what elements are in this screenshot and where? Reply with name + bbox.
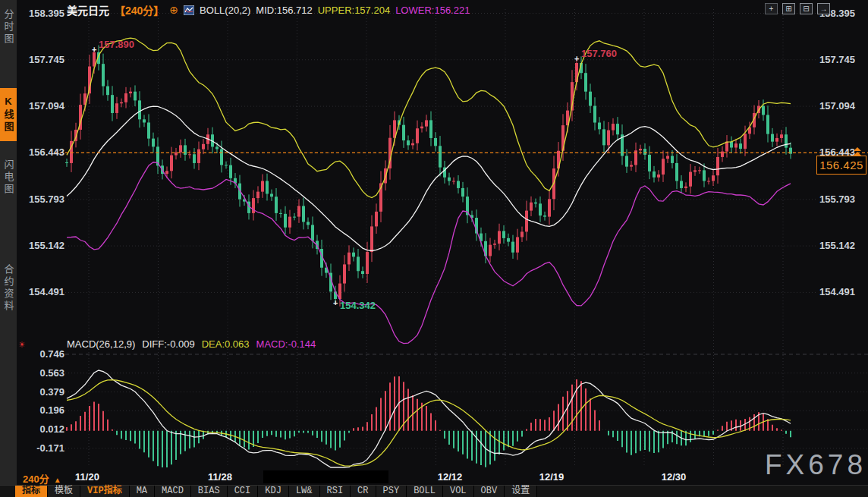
tab-vol[interactable]: VOL (443, 486, 474, 497)
tab-[interactable]: 指标 (15, 486, 48, 497)
trading-app: 分时图K线图闪电图合约资料 美元日元 【240分】 ⊕ BOLL(20,2) M… (0, 0, 868, 497)
price-tick-label: 157.745 (819, 55, 855, 65)
chart-thumb-icon (184, 5, 194, 15)
period-footer-label: 240分 (23, 473, 49, 485)
period-up-arrow-icon: ▲ (54, 476, 61, 484)
macd-header: ☀ MACD(26,12,9) DIFF:-0.009 DEA:0.063 MA… (67, 338, 316, 350)
price-tick-label: 155.142 (819, 241, 855, 251)
sidebar-item-flash-chart[interactable]: 闪电图 (0, 151, 17, 203)
price-tick-label: 158.395 (18, 8, 64, 19)
add-circle-icon[interactable]: ⊕ (169, 4, 178, 16)
period-footer[interactable]: 240分▲ (23, 471, 61, 486)
tab-boll[interactable]: BOLL (407, 486, 443, 497)
price-tick-label: 157.094 (18, 101, 64, 112)
exit-chart-icon[interactable]: → (817, 3, 830, 14)
marked-low-label: 154.342 (340, 300, 376, 311)
tab-kdj[interactable]: KDJ (258, 486, 289, 497)
price-tick-label: 156.443 (18, 147, 64, 158)
sidebar-item-contract-info[interactable]: 合约资料 (0, 250, 17, 326)
marked-high-2-marker-icon: + (574, 55, 579, 61)
date-label: 12/12 (438, 471, 463, 483)
sidebar-item-time-chart[interactable]: 分时图 (0, 2, 17, 52)
macd-tick-label: 0.746 (18, 349, 64, 360)
price-alert-icon[interactable] (853, 147, 862, 156)
marked-high-1-marker-icon: + (92, 46, 96, 52)
price-tick-label: 155.142 (18, 241, 64, 251)
price-tick-label: 157.745 (18, 55, 64, 65)
date-label: 12/19 (539, 471, 565, 483)
price-tick-label: 155.793 (18, 194, 64, 205)
macd-tick-label: 0.012 (18, 424, 64, 435)
price-tick-label: 157.094 (819, 101, 855, 112)
price-tick-label: 154.491 (18, 287, 64, 297)
tab-obv[interactable]: OBV (474, 486, 505, 497)
date-label: 11/20 (75, 471, 99, 483)
tab-ma[interactable]: MA (130, 486, 155, 497)
macd-dea-readout: DEA:0.063 (202, 338, 250, 350)
tab-lw[interactable]: LW& (289, 486, 320, 497)
tab-macd[interactable]: MACD (155, 486, 191, 497)
macd-tick-label: 0.196 (18, 405, 64, 416)
symbol-title: 美元日元 (67, 2, 109, 17)
chart-canvas[interactable] (0, 0, 868, 497)
price-tick-label: 154.491 (819, 287, 855, 297)
macd-diff-readout: DIFF:-0.009 (142, 338, 194, 350)
last-price-box: 156.425 (816, 156, 866, 175)
macd-macd-readout: MACD:-0.144 (256, 338, 316, 350)
tab-vip[interactable]: VIP指标 (80, 486, 130, 497)
tab-rsi[interactable]: RSI (320, 486, 351, 497)
tab-cr[interactable]: CR (351, 486, 376, 497)
zoom-out-icon[interactable]: ⊟ (800, 3, 813, 14)
tab-psy[interactable]: PSY (376, 486, 407, 497)
boll-upper-readout: UPPER:157.204 (318, 5, 390, 16)
indicator-tabbar: 指标模板VIP指标MAMACDBIASCCIKDJLW&RSICRPSYBOLL… (0, 485, 868, 497)
topbar: 美元日元 【240分】 ⊕ BOLL(20,2) MID:156.712 UPP… (67, 2, 470, 17)
redaction-box (263, 470, 388, 483)
macd-tick-label: 0.379 (18, 387, 64, 398)
tab-bias[interactable]: BIAS (191, 486, 228, 497)
macd-tick-label: -0.171 (18, 443, 64, 454)
date-axis: 240分▲ 11/2011/2812/1212/1912/30 (0, 469, 868, 486)
boll-mid-readout: MID:156.712 (256, 5, 312, 16)
indicator-alert-icon[interactable]: ☀ (18, 340, 26, 350)
marked-high-1-label: 157.890 (99, 39, 134, 50)
macd-formula: MACD(26,12,9) (67, 338, 135, 350)
marked-high-2-label: 157.760 (581, 48, 617, 59)
pan-icon[interactable]: + (765, 3, 778, 14)
period-badge[interactable]: 【240分】 (115, 2, 164, 17)
sidebar: 分时图K线图闪电图合约资料 (0, 0, 17, 486)
marked-low-marker-icon: + (333, 300, 338, 306)
macd-tick-label: 0.563 (18, 368, 64, 379)
price-tick-label: 155.793 (819, 194, 855, 205)
date-label: 12/30 (662, 471, 687, 483)
tab-[interactable]: 设置 (505, 486, 537, 497)
boll-label: BOLL(20,2) (200, 5, 250, 16)
zoom-in-icon[interactable]: ⊞ (782, 3, 795, 14)
boll-lower-readout: LOWER:156.221 (395, 5, 470, 16)
sidebar-item-kline-chart[interactable]: K线图 (0, 88, 17, 141)
last-price-value: 156.425 (819, 159, 863, 171)
chart-toolbar: +⊞⊟→ (765, 3, 830, 14)
tab-[interactable]: 模板 (48, 486, 80, 497)
date-label: 11/28 (208, 471, 232, 483)
tab-cci[interactable]: CCI (228, 486, 259, 497)
